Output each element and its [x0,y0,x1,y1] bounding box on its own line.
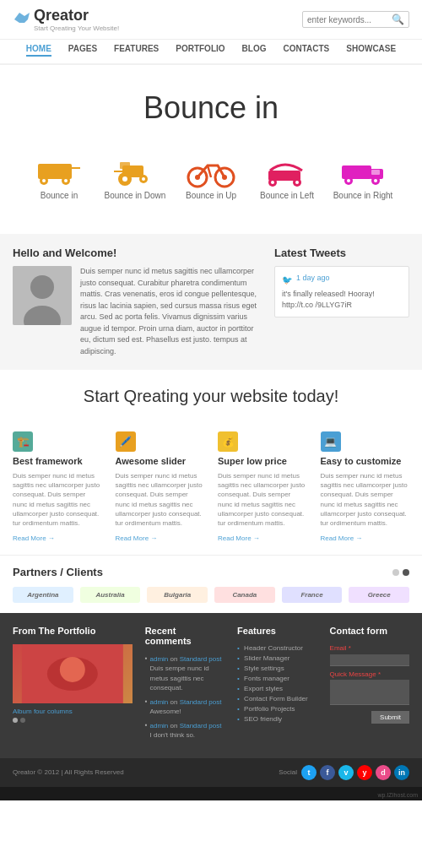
tweet-text: it's finally released! Hooray! http://t.… [282,289,402,310]
feature-icon-3: 💻 [321,431,341,452]
social-icon-facebook[interactable]: f [320,765,335,780]
nav-item-features[interactable]: FEATURES [114,44,159,57]
icon-label-4: Bounce in Right [325,191,401,200]
nav-item-home[interactable]: HOME [26,44,51,57]
feature-list-item-6: Portfolio Projects [237,705,316,713]
read-more-3[interactable]: Read More → [321,534,363,542]
icon-label-3: Bounce in Left [249,191,325,200]
partners-title: Partners / Clients [13,566,103,578]
hero-title: Bounce in [17,90,405,126]
social-icon-vimeo[interactable]: v [338,765,354,780]
email-input[interactable] [330,654,409,666]
main-nav: HOMEPAGESFEATURESPORTFOLIOBLOGCONTACTSSH… [0,40,422,65]
dot-active[interactable] [403,569,409,576]
svg-rect-2 [41,164,46,172]
social-icons-container: tfvydin [301,765,409,780]
dot-inactive[interactable] [392,569,399,576]
comments-title: Recent comments [145,626,225,646]
feature-list-item-7: SEO friendly [237,715,316,723]
social-links: Social tfvydin [279,765,409,780]
comment-text-1: admin on Standard postAwesome! [150,697,222,716]
welcome-title: Hello and Welcome! [13,247,257,259]
welcome-section: Hello and Welcome! Duis semper nunc id m… [0,234,422,370]
icon-label-0: Bounce in [21,191,97,200]
read-more-1[interactable]: Read More → [116,534,158,542]
hero-section: Bounce in Bounce inBounce in DownBounce … [0,65,422,234]
comment-bullet-0: ▪ [145,654,148,692]
feature-item-2: 💰 Super low price Duis semper nunc id me… [211,431,314,542]
svg-point-9 [64,179,68,182]
partners-logos: ArgentinaAustraliaBulgariaCanadaFranceGr… [13,587,409,603]
portfolio-dot-2[interactable] [20,718,25,723]
svg-marker-0 [14,13,30,23]
tweets-title: Latest Tweets [274,247,409,259]
feature-title-1: Awesome slider [116,456,205,466]
read-more-2[interactable]: Read More → [218,534,260,542]
nav-item-portfolio[interactable]: PORTFOLIO [176,44,225,57]
cta-section: Start Qreating your website today! [0,370,422,423]
partners-section: Partners / Clients ArgentinaAustraliaBul… [0,556,422,613]
portfolio-svg [13,644,133,703]
partner-logo-australia: Australia [80,587,141,603]
copyright: Qreator © 2012 | All Rights Reserved [13,768,124,776]
feature-text-3: Duis semper nunc id metus sagittis nec u… [321,471,410,528]
svg-point-16 [142,177,145,181]
svg-point-14 [122,176,127,182]
comment-user-1[interactable]: admin [150,698,169,706]
icon-label-1: Bounce in Down [97,191,173,200]
search-box[interactable]: 🔍 [302,11,409,28]
feature-list-item-1: Slider Manager [237,654,316,662]
nav-item-pages[interactable]: PAGES [68,44,97,57]
comment-user-0[interactable]: admin [150,655,169,663]
bounce-icons: Bounce inBounce in DownBounce in UpBounc… [17,147,405,217]
features-section: 🏗️ Best framework Duis semper nunc id me… [0,423,422,556]
icon-label-2: Bounce in Up [173,191,249,200]
feature-text-0: Duis semper nunc id metus sagittis nec u… [13,471,102,528]
contact-col: Contact form Email * Quick Message * Sub… [330,626,409,746]
svg-point-33 [374,179,377,182]
svg-point-39 [60,657,85,682]
feature-item-3: 💻 Easy to customize Duis semper nunc id … [314,431,410,542]
message-textarea[interactable] [330,680,409,705]
comments-col: Recent comments ▪admin on Standard postD… [145,626,225,746]
submit-button[interactable]: Submit [371,711,409,724]
feature-title-0: Best framework [13,456,102,466]
svg-rect-10 [72,167,80,169]
social-label: Social [279,768,297,776]
comment-post-1[interactable]: Standard post [180,698,222,706]
search-input[interactable] [307,15,392,24]
nav-item-blog[interactable]: BLOG [242,44,267,57]
feature-list-item-4: Export styles [237,685,316,692]
social-icon-dribbble[interactable]: d [376,765,391,780]
portfolio-title: From The Portfolio [13,626,133,636]
bounce-icon-2: Bounce in Up [173,155,249,200]
social-icon-twitter[interactable]: t [301,765,316,780]
portfolio-nav-dots [13,718,133,723]
nav-item-showcase[interactable]: SHOWCASE [346,44,396,57]
logo-sub: Start Qreating Your Website! [34,24,119,32]
watermark-text: wp.IZIhost.com [378,792,418,798]
svg-rect-3 [47,164,52,172]
bounce-icon-0: Bounce in [21,155,97,200]
comment-post-0[interactable]: Standard post [180,655,222,663]
features-col: Features Header ConstructorSlider Manage… [237,626,316,746]
nav-item-contacts[interactable]: CONTACTS [283,44,329,57]
features-list: Header ConstructorSlider ManagerStyle se… [237,644,316,723]
partner-logo-france: France [282,587,343,603]
comment-user-2[interactable]: admin [150,722,169,730]
svg-rect-12 [120,162,130,169]
social-icon-youtube[interactable]: y [357,765,372,780]
read-more-0[interactable]: Read More → [13,534,55,542]
search-icon[interactable]: 🔍 [392,14,404,25]
portfolio-dot-1[interactable] [13,718,18,723]
portfolio-col: From The Portfolio Album four columns [13,626,133,746]
feature-text-2: Duis semper nunc id metus sagittis nec u… [218,471,307,528]
partner-logo-greece: Greece [349,587,409,603]
svg-rect-17 [114,171,122,172]
svg-point-31 [347,179,350,182]
svg-rect-4 [54,164,59,172]
feature-item-0: 🏗️ Best framework Duis semper nunc id me… [13,431,109,542]
cta-text: Start Qreating your website today! [17,387,405,406]
social-icon-linkedin[interactable]: in [394,765,409,780]
comment-post-2[interactable]: Standard post [180,722,222,730]
